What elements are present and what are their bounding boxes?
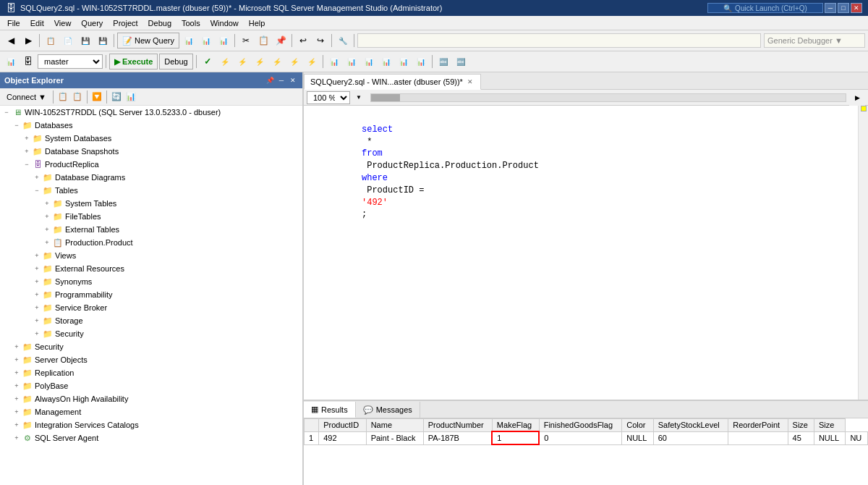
cell-0-3[interactable]: PA-187B (423, 431, 492, 444)
toolbar-btn-7[interactable]: 📊 (216, 33, 231, 48)
oe-pin-button[interactable]: 📌 (265, 75, 275, 85)
cell-0-9[interactable]: 45 (788, 431, 814, 444)
oe-btn-1[interactable]: 📋 (56, 90, 69, 104)
toolbar2-btn-7[interactable]: ⚡ (286, 54, 302, 69)
check-btn[interactable]: ✓ (200, 54, 216, 69)
expand-btn-db-snapshots[interactable]: + (22, 146, 32, 156)
tree-item-db-snapshots[interactable]: +📁Database Snapshots (0, 145, 302, 158)
tree-item-replication[interactable]: +📁Replication (0, 366, 302, 379)
expand-btn-server[interactable]: − (1, 107, 12, 117)
zoom-dropdown[interactable]: 100 % 75 % 150 % (307, 91, 350, 104)
expand-btn-synonyms[interactable]: + (32, 277, 42, 287)
expand-btn-management[interactable]: + (12, 407, 22, 417)
cell-0-0[interactable]: 1 (305, 431, 319, 444)
expand-btn-programmability[interactable]: + (32, 290, 42, 300)
tree-item-synonyms[interactable]: +📁Synonyms (0, 275, 302, 288)
expand-btn-productreplica[interactable]: − (22, 159, 32, 169)
generic-debugger-dropdown[interactable]: Generic Debugger ▼ (764, 33, 865, 48)
expand-btn-server-objects[interactable]: + (12, 355, 22, 365)
cell-0-4[interactable]: 1 (492, 431, 539, 444)
expand-btn-service-broker[interactable]: + (32, 303, 42, 313)
tree-item-server-objects[interactable]: +📁Server Objects (0, 353, 302, 366)
menu-item-help[interactable]: Help (244, 17, 270, 29)
tree-item-productreplica[interactable]: −🗄ProductReplica (0, 158, 302, 171)
tree-item-polybase[interactable]: +📁PolyBase (0, 379, 302, 392)
expand-btn-production-product[interactable]: + (42, 237, 52, 248)
menu-item-edit[interactable]: Edit (26, 17, 48, 29)
results-tab[interactable]: ▦ Results (304, 402, 356, 418)
tree-item-external-tables[interactable]: +📁External Tables (0, 223, 302, 236)
toolbar2-btn-16[interactable]: 🔤 (453, 54, 469, 69)
expand-btn-integration-services[interactable]: + (12, 420, 22, 430)
toolbar2-btn-8[interactable]: ⚡ (304, 54, 320, 69)
toolbar2-btn-11[interactable]: 📊 (361, 54, 377, 69)
toolbar-btn-3[interactable]: 💾 (77, 33, 93, 48)
toolbar2-btn-9[interactable]: 📊 (326, 54, 342, 69)
toolbar2-btn-5[interactable]: ⚡ (252, 54, 268, 69)
database-dropdown[interactable]: master (38, 54, 103, 69)
expand-btn-storage[interactable]: + (32, 316, 42, 326)
tree-item-views[interactable]: +📁Views (0, 249, 302, 262)
oe-summary-btn[interactable]: 📊 (124, 90, 137, 104)
toolbar2-btn-1[interactable]: 📊 (3, 54, 19, 69)
back-button[interactable]: ◀ (3, 33, 19, 48)
toolbar2-btn-15[interactable]: 🔤 (435, 54, 451, 69)
messages-tab[interactable]: 💬 Messages (356, 402, 420, 418)
expand-btn-views[interactable]: + (32, 250, 42, 261)
expand-btn-system-dbs[interactable]: + (22, 133, 32, 143)
toolbar2-btn-4[interactable]: ⚡ (234, 54, 250, 69)
cut-button[interactable]: ✂ (238, 33, 254, 48)
expand-btn-db-diagrams[interactable]: + (32, 172, 42, 182)
forward-button[interactable]: ▶ (20, 33, 36, 48)
tree-item-server[interactable]: −🖥WIN-1052ST7RDDL (SQL Server 13.0.5233.… (0, 106, 302, 119)
oe-close-button[interactable]: ✕ (288, 75, 298, 85)
toolbar2-btn-14[interactable]: 📊 (413, 54, 429, 69)
undo-button[interactable]: ↩ (295, 33, 311, 48)
tree-item-service-broker[interactable]: +📁Service Broker (0, 301, 302, 314)
debug-button[interactable]: Debug (159, 54, 192, 69)
oe-minimize-button[interactable]: ─ (276, 75, 286, 85)
toolbar2-btn-12[interactable]: 📊 (378, 54, 394, 69)
toolbar2-btn-13[interactable]: 📊 (396, 54, 412, 69)
tree-item-sql-agent[interactable]: +⚙SQL Server Agent (0, 431, 302, 444)
expand-btn-security-db[interactable]: + (32, 329, 42, 339)
search-box[interactable]: 🔍 Quick Launch (Ctrl+Q) (707, 3, 823, 13)
toolbar-btn-4[interactable]: 💾 (95, 33, 111, 48)
execute-button[interactable]: ▶ Execute (109, 54, 158, 69)
expand-btn-security[interactable]: + (12, 342, 22, 352)
toolbar-misc[interactable]: 🔧 (335, 33, 351, 48)
tree-item-storage[interactable]: +📁Storage (0, 314, 302, 327)
toolbar2-btn-3[interactable]: ⚡ (217, 54, 233, 69)
menu-item-window[interactable]: Window (206, 17, 243, 29)
sql-tab[interactable]: SQLQuery2.sql - WIN...aster (dbuser (59)… (304, 74, 481, 90)
cell-0-8[interactable] (728, 431, 788, 444)
tree-item-system-tables[interactable]: +📁System Tables (0, 197, 302, 210)
cell-0-7[interactable]: 60 (653, 431, 728, 444)
tree-item-programmability[interactable]: +📁Programmability (0, 288, 302, 301)
menu-item-tools[interactable]: Tools (177, 17, 205, 29)
tree-item-db-diagrams[interactable]: +📁Database Diagrams (0, 171, 302, 184)
menu-item-query[interactable]: Query (77, 17, 107, 29)
maximize-button[interactable]: □ (838, 3, 849, 13)
toolbar-btn-6[interactable]: 📊 (198, 33, 214, 48)
tree-item-filetables[interactable]: +📁FileTables (0, 210, 302, 223)
expand-btn-replication[interactable]: + (12, 368, 22, 378)
minimize-button[interactable]: ─ (825, 3, 836, 13)
cell-0-6[interactable]: NULL (622, 431, 653, 444)
expand-btn-external-tables[interactable]: + (42, 224, 52, 235)
expand-btn-external-resources[interactable]: + (32, 263, 42, 274)
expand-btn-filetables[interactable]: + (42, 211, 52, 222)
menu-item-view[interactable]: View (50, 17, 76, 29)
redo-button[interactable]: ↪ (312, 33, 328, 48)
tree-item-production-product[interactable]: +📋Production.Product (0, 236, 302, 249)
tree-item-management[interactable]: +📁Management (0, 405, 302, 418)
expand-btn-sql-agent[interactable]: + (12, 433, 22, 443)
oe-btn-2[interactable]: 📋 (71, 90, 84, 104)
debug-target-dropdown[interactable] (357, 33, 761, 48)
expand-btn-tables[interactable]: − (32, 185, 42, 195)
cell-0-2[interactable]: Paint - Black (366, 431, 423, 444)
sql-editor[interactable]: select * from ProductReplica.Production.… (304, 106, 858, 400)
cell-0-10[interactable]: NULL (814, 431, 845, 444)
toolbar2-icon[interactable]: 🗄 (20, 54, 36, 69)
copy-button[interactable]: 📋 (255, 33, 271, 48)
